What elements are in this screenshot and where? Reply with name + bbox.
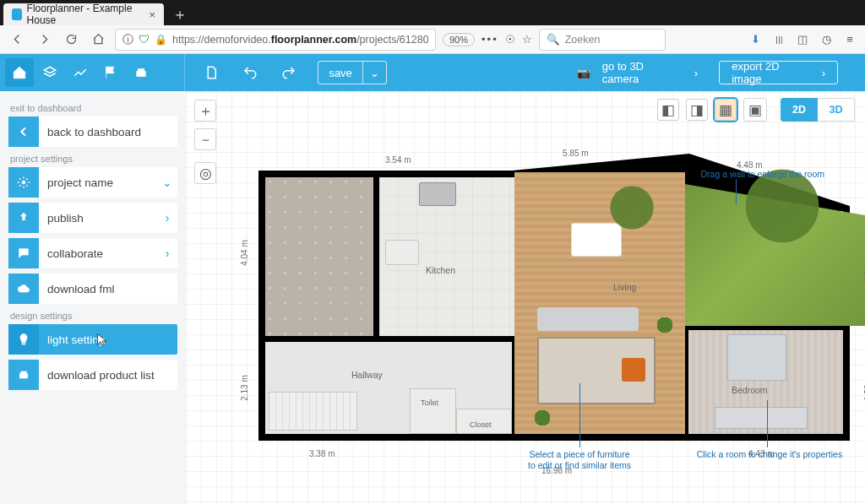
gear-icon: [8, 167, 39, 198]
file-icon[interactable]: [197, 58, 226, 87]
sidebar: exit to dashboard back to dashboard proj…: [0, 91, 186, 504]
furniture-armchair[interactable]: [622, 358, 645, 382]
tab-title: Floorplanner - Example House: [27, 3, 141, 26]
sidebar-item-download-fml[interactable]: download fml: [8, 274, 177, 304]
canvas-tools-left: ＋ － ◎: [194, 100, 216, 184]
furniture-stove[interactable]: [419, 182, 456, 206]
svg-point-0: [22, 181, 25, 184]
search-icon: 🔍: [547, 33, 560, 46]
furniture-icon: [8, 360, 39, 390]
zoom-level[interactable]: 90%: [443, 33, 475, 46]
browser-search[interactable]: 🔍 Zoeken: [539, 29, 666, 51]
dim-left-2: 2.13 m: [240, 375, 249, 401]
sidebar-item-collaborate[interactable]: collaborate ›: [8, 238, 177, 268]
browser-home-button[interactable]: [88, 30, 108, 50]
dim-top-2: 5.85 m: [563, 149, 589, 158]
info-icon[interactable]: ⓘ: [122, 32, 133, 47]
tool-flag-icon[interactable]: [96, 58, 125, 87]
mouse-cursor-icon: [96, 333, 108, 349]
browser-back-button[interactable]: [7, 30, 27, 50]
floor-plan[interactable]: Kitchen Living Hallway Toilet Closet Bed…: [258, 130, 850, 485]
sidebar-item-project-name[interactable]: project name ⌄: [8, 167, 177, 198]
sidebar-item-light-setting[interactable]: light setting: [8, 324, 177, 355]
download-icon[interactable]: ⬇: [747, 31, 764, 48]
pin-icon[interactable]: ☉: [505, 33, 515, 46]
furniture-stairs[interactable]: [269, 392, 357, 431]
chat-icon: [8, 238, 39, 268]
furniture-plant[interactable]: [656, 316, 674, 334]
canvas[interactable]: ＋ － ◎ ◧ ◨ ▦ ▣ 2D 3D: [186, 91, 865, 504]
address-bar[interactable]: ⓘ 🛡︎ 🔒 https://demoforvideo.floorplanner…: [115, 29, 436, 51]
search-placeholder: Zoeken: [565, 34, 601, 46]
chevron-down-icon: ⌄: [157, 176, 177, 189]
chevron-right-icon: ›: [157, 247, 177, 260]
save-button[interactable]: save: [318, 62, 362, 84]
upload-icon: [8, 203, 39, 233]
dim-left-1: 4.04 m: [240, 240, 249, 266]
tab-favicon: [12, 8, 22, 20]
furniture-bed[interactable]: [727, 334, 786, 381]
close-tab-icon[interactable]: ×: [149, 8, 155, 21]
view-toggle: 2D 3D: [781, 98, 855, 122]
sidebar-item-publish[interactable]: publish ›: [8, 203, 177, 233]
zoom-out-button[interactable]: －: [194, 128, 216, 150]
browser-reload-button[interactable]: [61, 30, 81, 50]
go-to-3d-button[interactable]: 📷 go to 3D camera ›: [566, 61, 709, 84]
bookmark-icon[interactable]: ☆: [522, 33, 532, 46]
label-hallway: Hallway: [351, 370, 383, 380]
hint-line: [579, 383, 580, 447]
hint-drag: Drag a wall to enlarge the room: [656, 169, 824, 180]
cloud-download-icon: [8, 274, 39, 304]
sidebar-group-project: project settings: [10, 154, 177, 164]
new-tab-button[interactable]: ＋: [164, 3, 196, 25]
redo-icon[interactable]: [275, 58, 303, 87]
furniture-tree[interactable]: [602, 182, 661, 233]
room-patio[interactable]: [265, 177, 373, 336]
dim-top-1: 3.54 m: [385, 155, 411, 165]
furniture-sofa[interactable]: [537, 307, 639, 331]
center-view-button[interactable]: ◎: [194, 162, 216, 184]
furniture-wardrobe[interactable]: [715, 407, 808, 429]
camera-top-button[interactable]: ▣: [743, 98, 767, 122]
texture-option-3[interactable]: ▦: [715, 99, 737, 121]
hint-line: [767, 400, 768, 447]
canvas-tools-right: ◧ ◨ ▦ ▣ 2D 3D: [657, 98, 855, 122]
hint-click: Click a room to change it's properties: [681, 449, 858, 460]
browser-forward-button[interactable]: [34, 30, 54, 50]
chevron-right-icon: ›: [822, 67, 825, 79]
view-3d-button[interactable]: 3D: [818, 98, 855, 122]
view-2d-button[interactable]: 2D: [781, 98, 818, 122]
export-2d-button[interactable]: export 2D image ›: [719, 61, 838, 84]
label-toilet: Toilet: [421, 398, 438, 407]
library-icon[interactable]: ⫼: [770, 31, 787, 48]
tool-build-icon[interactable]: [66, 58, 95, 87]
browser-tab-strip: Floorplanner - Example House × ＋: [0, 0, 865, 25]
undo-icon[interactable]: [236, 58, 264, 87]
sidebar-item-back[interactable]: back to dashboard: [8, 117, 177, 147]
page-actions-icon[interactable]: •••: [481, 33, 498, 46]
texture-option-2[interactable]: ◨: [686, 99, 708, 121]
room-toilet[interactable]: [410, 388, 456, 434]
browser-tab[interactable]: Floorplanner - Example House ×: [3, 3, 164, 25]
lightbulb-icon: [8, 324, 39, 355]
workspace: exit to dashboard back to dashboard proj…: [0, 91, 865, 504]
texture-option-1[interactable]: ◧: [657, 99, 679, 121]
hint-select: Select a piece of furniture to edit or f…: [503, 449, 656, 471]
menu-icon[interactable]: ≡: [841, 31, 858, 48]
sidebar-item-download-products[interactable]: download product list: [8, 360, 177, 390]
tool-furniture-icon[interactable]: [127, 58, 155, 87]
extension-icon[interactable]: ◷: [818, 31, 835, 48]
label-kitchen: Kitchen: [426, 265, 455, 275]
furniture-sink[interactable]: [385, 240, 419, 265]
camera-icon: 📷: [577, 67, 590, 79]
shield-icon[interactable]: 🛡︎: [139, 33, 150, 46]
zoom-in-button[interactable]: ＋: [194, 100, 216, 122]
label-living: Living: [613, 282, 636, 292]
chevron-right-icon: ›: [157, 211, 177, 225]
tool-layers-icon[interactable]: [35, 58, 64, 87]
chevron-right-icon: ›: [694, 67, 698, 79]
tool-home-icon[interactable]: [5, 58, 34, 87]
furniture-plant[interactable]: [533, 409, 552, 427]
sidebar-icon[interactable]: ◫: [794, 31, 811, 48]
save-dropdown-button[interactable]: ⌄: [362, 62, 386, 84]
